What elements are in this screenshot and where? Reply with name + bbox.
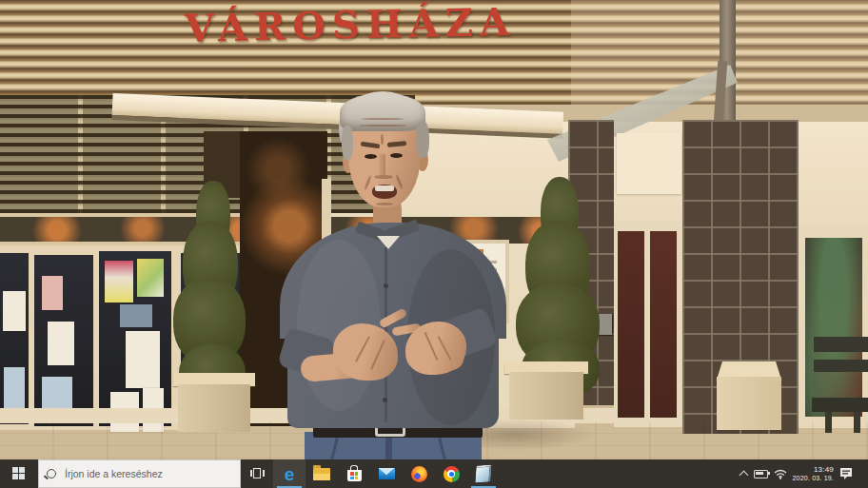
- notepad-icon: [475, 464, 491, 482]
- windows-desktop: VÁROSHÁZA: [0, 0, 868, 488]
- tray-date: 2020. 03. 19.: [793, 474, 834, 482]
- eye: [390, 153, 403, 158]
- edge-icon: e: [285, 465, 295, 483]
- forehead-line: [359, 125, 406, 127]
- firefox-icon: [411, 466, 427, 482]
- battery-icon[interactable]: [754, 470, 768, 478]
- taskbar-chrome-button[interactable]: [435, 459, 467, 488]
- chin-crease: [376, 203, 393, 205]
- nose: [378, 154, 385, 175]
- shirt-button: [384, 283, 388, 288]
- tray-time: 13:49: [793, 465, 834, 474]
- tray-clock[interactable]: 13:49 2020. 03. 19.: [793, 465, 834, 482]
- teeth: [375, 185, 394, 191]
- search-icon: [47, 469, 56, 478]
- taskbar-edge-button[interactable]: e: [273, 459, 306, 488]
- hair-temple: [342, 126, 353, 160]
- action-center-icon[interactable]: [839, 467, 854, 480]
- task-view-button[interactable]: [241, 459, 273, 488]
- frown-line: [381, 134, 384, 145]
- taskbar-file-explorer-button[interactable]: [306, 459, 338, 488]
- microsoft-store-icon: [347, 470, 362, 481]
- file-explorer-icon: [313, 468, 330, 480]
- hand-right: [405, 322, 466, 375]
- windows-flag-icon: [350, 472, 358, 479]
- chrome-icon: [444, 466, 460, 482]
- taskbar-firefox-button[interactable]: [403, 459, 435, 488]
- speaker-man: [0, 0, 868, 459]
- wifi-icon[interactable]: [774, 469, 787, 479]
- mail-icon: [379, 468, 395, 479]
- taskbar-mail-button[interactable]: [370, 459, 403, 488]
- start-button[interactable]: [0, 459, 38, 488]
- taskbar-store-button[interactable]: [338, 459, 370, 488]
- shirt-button: [383, 398, 387, 402]
- tray-chevron-icon[interactable]: [740, 472, 748, 479]
- jeans-pocket: [330, 438, 338, 459]
- windows-taskbar: e: [0, 459, 868, 488]
- video-frame[interactable]: VÁROSHÁZA: [0, 0, 868, 459]
- task-view-icon: [250, 468, 265, 479]
- taskbar-search[interactable]: [38, 459, 241, 488]
- hair-temple: [416, 122, 429, 158]
- jeans-pocket: [438, 438, 445, 459]
- forehead-line: [362, 118, 404, 120]
- eye: [365, 154, 377, 159]
- search-input[interactable]: [63, 467, 219, 480]
- start-icon: [12, 467, 26, 480]
- system-tray: 13:49 2020. 03. 19.: [740, 459, 868, 488]
- taskbar-notepad-button[interactable]: [467, 459, 500, 488]
- nostril-shadow: [374, 175, 393, 179]
